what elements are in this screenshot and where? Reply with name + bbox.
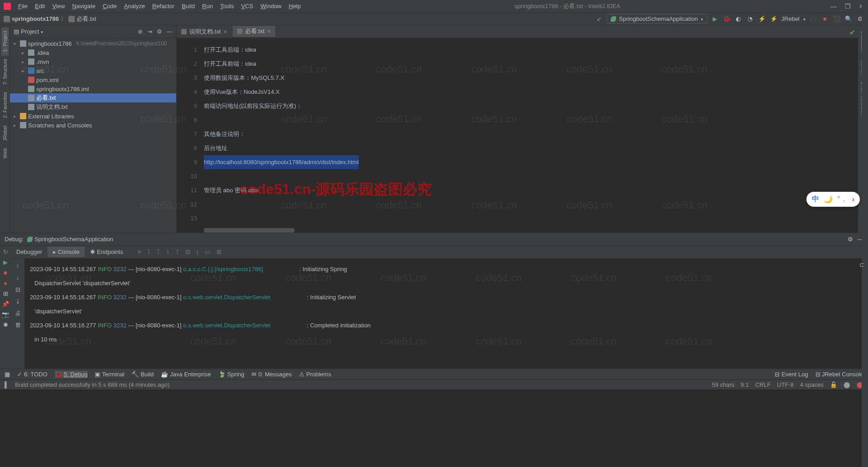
tool-windows-icon[interactable]: ▦	[5, 371, 10, 378]
resume-icon[interactable]: ▶	[3, 259, 8, 266]
breakpoints-icon[interactable]: ●	[4, 280, 7, 287]
debug-tab-debugger[interactable]: Debugger	[11, 247, 48, 257]
up-icon[interactable]: ↑	[13, 261, 22, 270]
maximize-icon[interactable]: ❐	[845, 3, 851, 10]
bottom-tab-messages[interactable]: ✉ 0: Messages	[251, 371, 292, 378]
editor-tab[interactable]: 说明文档.txt×	[177, 26, 232, 38]
step-icon[interactable]: ⤴	[176, 248, 179, 255]
bottom-tab-javaenterprise[interactable]: ☕ Java Enterprise	[161, 371, 211, 378]
project-view-dropdown-icon[interactable]	[41, 28, 43, 35]
tree-item[interactable]: ▾springbootx1786K:\needProccess\2023\spr…	[10, 39, 176, 48]
status-icon[interactable]: ▌	[5, 381, 9, 388]
clear-icon[interactable]: 🗑	[13, 320, 22, 329]
menu-analyze[interactable]: Analyze	[121, 1, 149, 11]
tree-item[interactable]: ▸Scratches and Consoles	[10, 121, 176, 130]
bottom-tab-spring[interactable]: 🍃 Spring	[218, 371, 245, 378]
menu-help[interactable]: Help	[285, 1, 304, 11]
left-rail-jrebel[interactable]: JRebel	[1, 122, 9, 145]
bottom-tab-build[interactable]: 🔨 Build	[131, 371, 154, 378]
step-icon[interactable]: ⤵	[166, 248, 169, 255]
vcs-icon[interactable]: ⬛	[833, 15, 841, 23]
print-icon[interactable]: 🖨	[13, 308, 22, 317]
profile-icon[interactable]: ◔	[746, 15, 754, 23]
menu-navigate[interactable]: Navigate	[68, 1, 99, 11]
coverage-icon[interactable]: ◐	[734, 15, 743, 23]
step-icon[interactable]: ⊞	[217, 248, 222, 255]
run-icon[interactable]: ▶	[711, 15, 719, 23]
tree-item[interactable]: 必看.txt	[10, 93, 176, 102]
ime-widget[interactable]: 中 🌙 °， ›	[806, 192, 860, 207]
bottom-tab-terminal[interactable]: ▣ Terminal	[95, 371, 124, 378]
jrebel-run-icon[interactable]: ⚡	[758, 15, 766, 23]
step-icon[interactable]: ⊟	[185, 248, 190, 255]
panel-settings-icon[interactable]: ⚙	[157, 28, 162, 35]
readonly-icon[interactable]: 🔓	[830, 381, 837, 388]
left-rail-favorites[interactable]: 2: Favorites	[1, 88, 9, 122]
project-panel-title[interactable]: Project	[21, 28, 39, 35]
editor[interactable]: 12345678910111213 打开工具后端：idea打开工具前端：idea…	[177, 38, 858, 233]
menu-refactor[interactable]: Refactor	[149, 1, 178, 11]
code-content[interactable]: 打开工具后端：idea打开工具前端：idea使用数据库版本：MySQL5.7.X…	[204, 38, 858, 233]
layout-icon[interactable]: ⊞	[3, 290, 8, 297]
tree-item[interactable]: springbootx1786.iml	[10, 84, 176, 93]
attach-icon[interactable]: ⬚	[809, 15, 817, 23]
menu-build[interactable]: Build	[178, 1, 198, 11]
debug-icon[interactable]: 🐞	[723, 15, 731, 23]
scroll-end-icon[interactable]: ⤓	[13, 297, 22, 306]
debug-settings-icon[interactable]: ⚙	[848, 236, 853, 243]
search-icon[interactable]: 🔍	[844, 15, 853, 23]
menu-tools[interactable]: Tools	[217, 1, 237, 11]
status-indent[interactable]: 4 spaces	[800, 381, 824, 388]
horizontal-scrollbar[interactable]	[204, 228, 294, 233]
menu-code[interactable]: Code	[99, 1, 121, 11]
step-icon[interactable]: ⤵	[147, 248, 150, 255]
inspection-ok-icon[interactable]: ✔	[849, 28, 855, 37]
run-config-selector[interactable]: SpringbootSchemaApplication	[607, 14, 707, 24]
down-icon[interactable]: ↓	[13, 273, 22, 282]
step-icon[interactable]: ▭	[205, 248, 210, 255]
close-tab-icon[interactable]: ×	[267, 28, 271, 35]
bottom-right-jrebelconsole[interactable]: ⊟ JRebel Console	[815, 371, 863, 378]
ime-moon-icon[interactable]: 🌙	[824, 195, 833, 204]
tree-item[interactable]: ▸External Libraries	[10, 112, 176, 121]
minimize-icon[interactable]: —	[830, 3, 837, 10]
editor-scrollbar[interactable]	[862, 0, 868, 467]
menu-edit[interactable]: Edit	[31, 1, 48, 11]
debug-tab-endpoints[interactable]: ✱ Endpoints	[85, 247, 128, 257]
bottom-tab-problems[interactable]: ⚠ Problems	[299, 371, 331, 378]
tree-item[interactable]: pom.xml	[10, 75, 176, 84]
editor-tab[interactable]: 必看.txt×	[232, 26, 276, 38]
locate-icon[interactable]: ⊕	[138, 28, 143, 35]
debug-tab-console[interactable]: ▸ Console	[48, 247, 85, 257]
wrap-icon[interactable]: ⊟	[13, 285, 22, 294]
jrebel-debug-icon[interactable]: ⚡	[770, 15, 778, 23]
menu-vcs[interactable]: VCS	[237, 1, 257, 11]
menu-view[interactable]: View	[48, 1, 68, 11]
menu-file[interactable]: File	[14, 1, 31, 11]
step-icon[interactable]: ⤴	[157, 248, 160, 255]
left-rail-structure[interactable]: 7: Structure	[1, 55, 9, 88]
left-rail-project[interactable]: 1: Project	[1, 27, 9, 55]
menu-run[interactable]: Run	[198, 1, 217, 11]
status-encoding[interactable]: UTF-8	[777, 381, 794, 388]
status-eol[interactable]: CRLF	[755, 381, 771, 388]
menu-window[interactable]: Window	[257, 1, 285, 11]
project-tree[interactable]: ▾springbootx1786K:\needProccess\2023\spr…	[10, 38, 176, 233]
stop-debug-icon[interactable]: ■	[4, 269, 7, 276]
console-expand-icon[interactable]: ⊏	[859, 261, 864, 268]
bottom-tab-debug[interactable]: 🐞 5: Debug	[55, 371, 88, 378]
tree-item[interactable]: ▸.mvn	[10, 57, 176, 66]
jrebel-label[interactable]: JRebel	[781, 15, 800, 22]
collapse-icon[interactable]: ⇥	[147, 28, 152, 35]
build-icon[interactable]: ↙	[595, 15, 603, 23]
bottom-right-eventlog[interactable]: ⊟ Event Log	[775, 371, 808, 378]
hide-icon[interactable]: —	[167, 28, 173, 35]
left-rail-web[interactable]: Web	[1, 145, 9, 162]
ime-comma-icon[interactable]: °，	[837, 195, 847, 204]
breadcrumb-project[interactable]: springbootx1786	[12, 15, 59, 22]
status-position[interactable]: 9:1	[741, 381, 749, 388]
stop-icon[interactable]: ■	[821, 15, 829, 23]
step-icon[interactable]: ≡	[138, 248, 141, 255]
pin-icon[interactable]: 📌	[2, 301, 9, 307]
tree-item[interactable]: ▸src	[10, 66, 176, 75]
